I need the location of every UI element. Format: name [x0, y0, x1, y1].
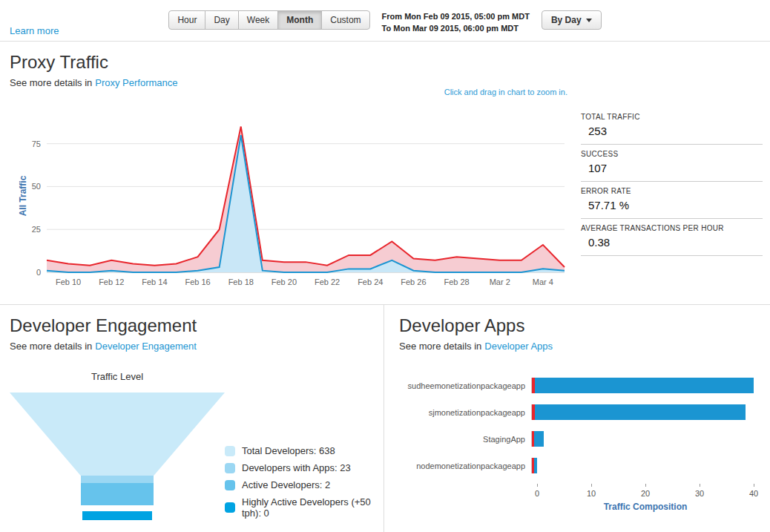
- funnel-stage-highly-active-developers: [82, 511, 152, 520]
- x-tick-label: 30: [695, 489, 704, 498]
- stat-block: AVERAGE TRANSACTIONS PER HOUR0.38: [581, 219, 763, 256]
- success-area: [47, 135, 565, 272]
- app-bar-track: [531, 431, 754, 447]
- app-bar-track: [531, 378, 754, 393]
- app-bar-track: [531, 404, 754, 420]
- funnel-legend-item: Highly Active Developers (+50 tph): 0: [225, 496, 376, 519]
- legend-swatch: [225, 446, 235, 456]
- x-tick-label: 10: [587, 489, 596, 498]
- x-tick-label: Feb 26: [401, 278, 426, 286]
- range-button-custom[interactable]: Custom: [321, 10, 369, 30]
- proxy-traffic-chart[interactable]: All Traffic 0255075Feb 10Feb 12Feb 14Feb…: [10, 109, 573, 298]
- x-tick-mark: [591, 484, 592, 487]
- bar-segment-success: [534, 431, 544, 447]
- range-button-week[interactable]: Week: [238, 10, 278, 30]
- stat-block: SUCCESS107: [581, 145, 763, 182]
- x-tick-label: Mar 2: [490, 278, 510, 286]
- y-tick-label: 50: [32, 182, 41, 191]
- proxy-chart-svg[interactable]: 0255075Feb 10Feb 12Feb 14Feb 16Feb 18Feb…: [10, 109, 573, 296]
- developer-engagement-section: Developer Engagement See more details in…: [0, 305, 384, 532]
- top-toolbar: Learn more HourDayWeekMonthCustom From M…: [0, 0, 770, 42]
- y-tick-label: 75: [32, 139, 41, 148]
- legend-label: Total Developers: 638: [242, 445, 335, 456]
- x-tick-mark: [645, 484, 646, 487]
- bar-segment-success: [535, 378, 754, 393]
- x-tick-mark: [700, 484, 700, 487]
- range-button-group: HourDayWeekMonthCustom: [168, 10, 369, 30]
- app-name-label: sjmonetizationpackageapp: [399, 408, 531, 417]
- date-range-to: To Mon Mar 09 2015, 06:00 pm MDT: [382, 23, 530, 35]
- funnel-legend-item: Developers with Apps: 23: [225, 462, 376, 473]
- app-bar-track: [531, 458, 754, 473]
- developer-engagement-title: Developer Engagement: [10, 315, 376, 336]
- stat-value: 253: [588, 125, 763, 137]
- x-tick-label: 0: [535, 489, 539, 498]
- proxy-performance-link[interactable]: Proxy Performance: [95, 77, 177, 88]
- funnel-stage-total-developers: [10, 393, 225, 476]
- stat-value: 57.71 %: [588, 199, 763, 211]
- funnel-legend-item: Active Developers: 2: [225, 479, 376, 490]
- apps-x-axis: 010203040: [537, 484, 754, 500]
- all-traffic-area: [47, 127, 565, 272]
- x-tick-label: Feb 22: [315, 278, 340, 286]
- developer-apps-section: Developer Apps See more details inDevelo…: [384, 305, 770, 532]
- stat-label: SUCCESS: [581, 150, 763, 158]
- legend-swatch: [225, 463, 235, 473]
- x-tick-label: Feb 10: [56, 278, 81, 286]
- bar-segment-success: [535, 404, 746, 420]
- funnel-legend: Total Developers: 638Developers with App…: [225, 439, 376, 520]
- funnel-stage-developers-with-apps: [81, 476, 154, 483]
- date-range-from: From Mon Feb 09 2015, 05:00 pm MDT: [382, 11, 530, 23]
- funnel-gap: [10, 505, 225, 511]
- x-tick-label: Feb 28: [444, 278, 469, 286]
- stat-label: AVERAGE TRANSACTIONS PER HOUR: [581, 224, 763, 232]
- x-tick-label: Feb 12: [99, 278, 124, 286]
- bottom-panels: Developer Engagement See more details in…: [0, 305, 770, 532]
- legend-swatch: [225, 480, 235, 490]
- subtitle-text: See more details in: [10, 77, 92, 88]
- subtitle-text: See more details in: [399, 341, 481, 352]
- legend-label: Active Developers: 2: [242, 479, 330, 490]
- stat-value: 0.38: [588, 236, 763, 249]
- time-range-controls: HourDayWeekMonthCustom From Mon Feb 09 2…: [0, 10, 770, 35]
- success-line: [47, 135, 565, 272]
- apps-bar-rows: sudheemonetizationpackageappsjmonetizati…: [399, 377, 754, 474]
- range-button-month[interactable]: Month: [277, 10, 322, 30]
- app-name-label: nodemonetizationpackageapp: [399, 462, 531, 470]
- developer-engagement-link[interactable]: Developer Engagement: [95, 341, 197, 352]
- traffic-stats-panel: TOTAL TRAFFIC253SUCCESS107ERROR RATE57.7…: [581, 108, 763, 298]
- proxy-traffic-section: Proxy Traffic See more details inProxy P…: [0, 42, 770, 305]
- proxy-traffic-subtitle: See more details inProxy Performance: [10, 77, 770, 88]
- range-button-hour[interactable]: Hour: [168, 10, 205, 30]
- apps-x-axis-label: Traffic Composition: [537, 502, 754, 512]
- x-tick-label: 20: [641, 489, 650, 498]
- range-button-day[interactable]: Day: [205, 10, 238, 30]
- funnel-shape: [10, 393, 225, 520]
- engagement-funnel-chart: Traffic Level Total Developers: 638Devel…: [10, 371, 376, 520]
- stat-label: TOTAL TRAFFIC: [581, 113, 763, 121]
- x-tick-label: Feb 18: [228, 278, 254, 286]
- developer-engagement-subtitle: See more details inDeveloper Engagement: [10, 341, 376, 352]
- granularity-dropdown[interactable]: By Day: [542, 10, 602, 30]
- stat-block: ERROR RATE57.71 %: [581, 182, 763, 219]
- developer-apps-link[interactable]: Developer Apps: [484, 341, 553, 352]
- zoom-hint-text: Click and drag in chart to zoom in.: [444, 88, 567, 96]
- x-tick-mark: [754, 484, 754, 487]
- legend-label: Highly Active Developers (+50 tph): 0: [242, 496, 376, 519]
- all-traffic-line: [47, 127, 565, 268]
- y-tick-label: 25: [32, 225, 41, 234]
- granularity-label: By Day: [551, 15, 582, 25]
- legend-swatch: [225, 502, 235, 513]
- bar-segment-success: [534, 458, 537, 473]
- developer-apps-title: Developer Apps: [399, 315, 760, 336]
- x-tick-label: Feb 20: [272, 278, 297, 286]
- app-bar-row: sjmonetizationpackageapp: [399, 404, 754, 421]
- funnel-title: Traffic Level: [10, 371, 225, 382]
- x-tick-label: 40: [749, 489, 758, 498]
- y-axis-label: All Traffic: [18, 159, 28, 233]
- x-tick-label: Feb 14: [142, 278, 167, 286]
- x-tick-mark: [537, 484, 538, 487]
- app-name-label: sudheemonetizationpackageapp: [399, 381, 531, 390]
- developer-apps-bar-chart: sudheemonetizationpackageappsjmonetizati…: [399, 377, 754, 512]
- stat-value: 107: [588, 162, 763, 174]
